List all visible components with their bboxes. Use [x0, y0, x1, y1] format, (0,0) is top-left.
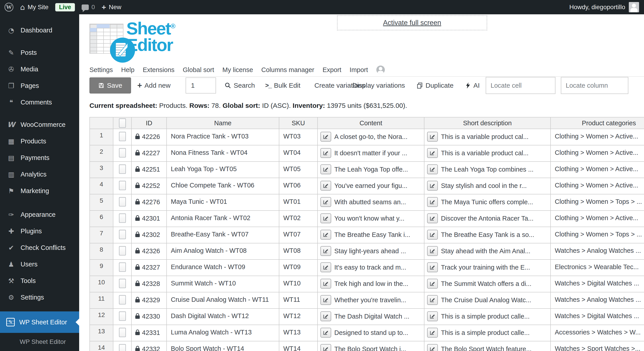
sku-cell[interactable]: WT01 — [279, 194, 318, 211]
sidebar-item-woocommerce[interactable]: WWooCommerce — [0, 116, 79, 133]
sidebar-item-marketing[interactable]: ⚑Marketing — [0, 183, 79, 199]
short-description-cell[interactable]: The Cruise Dual Analog Watc... — [424, 292, 551, 309]
row-number[interactable]: 9 — [90, 260, 113, 276]
sidebar-item-pages[interactable]: ❐Pages — [0, 77, 79, 94]
sku-cell[interactable]: WT05 — [279, 162, 318, 178]
categories-cell[interactable]: Clothing > Women > Active... — [551, 129, 644, 145]
edit-content-button[interactable] — [320, 246, 331, 256]
id-cell[interactable]: 42251 — [132, 162, 167, 178]
sku-cell[interactable]: WT07 — [279, 227, 318, 243]
name-cell[interactable]: Luma Analog Watch - WT13 — [167, 325, 279, 341]
edit-short-description-button[interactable] — [427, 328, 438, 337]
row-checkbox[interactable] — [119, 132, 126, 141]
sidebar-subitem-0[interactable]: WP Sheet Editor — [0, 334, 79, 349]
menu-item-extensions[interactable]: Extensions — [143, 66, 174, 74]
categories-cell[interactable]: Watches > Sport Watches >... — [551, 341, 644, 351]
menu-item-help[interactable]: Help — [121, 66, 134, 74]
sidebar-item-plugins[interactable]: ✚Plugins — [0, 223, 79, 239]
sku-cell[interactable]: WT14 — [279, 341, 318, 351]
sku-cell[interactable]: WT08 — [279, 243, 318, 260]
sidebar-item-tools[interactable]: ⚒Tools — [0, 272, 79, 289]
menu-item-export[interactable]: Export — [323, 66, 342, 74]
id-cell[interactable]: 42327 — [132, 260, 167, 276]
row-checkbox[interactable] — [119, 197, 126, 206]
row-checkbox[interactable] — [119, 311, 126, 321]
row-checkbox[interactable] — [119, 344, 126, 351]
row-checkbox[interactable] — [119, 279, 126, 288]
short-description-cell[interactable]: The Maya Tunic offers comple... — [424, 194, 551, 211]
admin-bar-site[interactable]: ⌂ My Site — [20, 3, 48, 11]
content-cell[interactable]: The Bolo Sport Watch i... — [318, 341, 424, 351]
sidebar-item-dashboard[interactable]: ◔Dashboard — [0, 22, 79, 39]
id-cell[interactable]: 42329 — [132, 292, 167, 309]
content-cell[interactable]: You've earned your figu... — [318, 178, 424, 194]
short-description-cell[interactable]: Stay ahead with the Aim Anal... — [424, 243, 551, 260]
categories-cell[interactable]: Accessories > Watches > W... — [551, 325, 644, 341]
name-cell[interactable]: Chloe Compete Tank - WT06 — [167, 178, 279, 194]
column-header-sku[interactable]: SKU — [279, 117, 318, 129]
ai-button[interactable]: AI — [465, 77, 480, 94]
categories-cell[interactable]: Electronics > Wearable Tec... — [551, 260, 644, 276]
menu-item-import[interactable]: Import — [350, 66, 368, 74]
column-header-id[interactable]: ID — [132, 117, 167, 129]
sku-cell[interactable]: WT02 — [279, 211, 318, 227]
edit-short-description-button[interactable] — [427, 262, 438, 272]
id-cell[interactable]: 42332 — [132, 341, 167, 351]
row-checkbox[interactable] — [119, 213, 126, 223]
add-count-input[interactable] — [186, 77, 216, 94]
column-header-content[interactable]: Content — [318, 117, 424, 129]
edit-content-button[interactable] — [320, 164, 331, 174]
sidebar-item-posts[interactable]: ✎Posts — [0, 44, 79, 61]
row-checkbox[interactable] — [119, 164, 126, 174]
row-checkbox[interactable] — [119, 295, 126, 304]
row-number[interactable]: 13 — [90, 325, 113, 341]
edit-content-button[interactable] — [320, 197, 331, 207]
duplicate-button[interactable]: Duplicate — [416, 77, 454, 94]
row-number[interactable]: 2 — [90, 145, 113, 162]
sku-cell[interactable]: WT12 — [279, 309, 318, 325]
short-description-cell[interactable]: The Bolo Sport Watch feature... — [424, 341, 551, 351]
short-description-cell[interactable]: This is a variable product cal... — [424, 145, 551, 162]
row-checkbox[interactable] — [119, 230, 126, 239]
row-number[interactable]: 7 — [90, 227, 113, 243]
edit-content-button[interactable] — [320, 311, 331, 321]
row-number[interactable]: 8 — [90, 243, 113, 260]
howdy-menu[interactable]: Howdy, diegoportillo — [569, 4, 625, 11]
edit-short-description-button[interactable] — [427, 230, 438, 240]
sidebar-item-users[interactable]: ♟Users — [0, 256, 79, 272]
row-number[interactable]: 3 — [90, 162, 113, 178]
name-cell[interactable]: Leah Yoga Top - WT05 — [167, 162, 279, 178]
name-cell[interactable]: Summit Watch - WT10 — [167, 276, 279, 292]
sku-cell[interactable]: WT04 — [279, 145, 318, 162]
id-cell[interactable]: 42328 — [132, 276, 167, 292]
name-cell[interactable]: Nona Fitness Tank - WT04 — [167, 145, 279, 162]
short-description-cell[interactable]: Stay stylish and cool in the r... — [424, 178, 551, 194]
name-cell[interactable]: Cruise Dual Analog Watch - WT11 — [167, 292, 279, 309]
edit-content-button[interactable] — [320, 279, 331, 289]
id-cell[interactable]: 42227 — [132, 145, 167, 162]
edit-short-description-button[interactable] — [427, 197, 438, 207]
wordpress-logo-icon[interactable]: W — [4, 3, 14, 12]
id-cell[interactable]: 42331 — [132, 325, 167, 341]
menu-item-global-sort[interactable]: Global sort — [183, 66, 214, 74]
edit-content-button[interactable] — [320, 132, 331, 142]
content-cell[interactable]: With abutted seams an... — [318, 194, 424, 211]
categories-cell[interactable]: Clothing > Women > Active... — [551, 211, 644, 227]
edit-content-button[interactable] — [320, 181, 331, 191]
name-cell[interactable]: Dash Digital Watch - WT12 — [167, 309, 279, 325]
categories-cell[interactable]: Watches > Analog Watches ... — [551, 292, 644, 309]
menu-profile-icon[interactable] — [376, 66, 385, 74]
content-cell[interactable]: It's easy to track and m... — [318, 260, 424, 276]
sku-cell[interactable]: WT03 — [279, 129, 318, 145]
short-description-cell[interactable]: The Summit Watch offers a di... — [424, 276, 551, 292]
categories-cell[interactable]: Watches > Digital Watches ... — [551, 309, 644, 325]
edit-short-description-button[interactable] — [427, 132, 438, 142]
content-cell[interactable]: The Leah Yoga Top offe... — [318, 162, 424, 178]
edit-short-description-button[interactable] — [427, 246, 438, 256]
content-cell[interactable]: Designed to stand up to... — [318, 325, 424, 341]
edit-content-button[interactable] — [320, 262, 331, 272]
name-cell[interactable]: Aim Analog Watch - WT08 — [167, 243, 279, 260]
name-cell[interactable]: Antonia Racer Tank - WT02 — [167, 211, 279, 227]
row-number[interactable]: 4 — [90, 178, 113, 194]
bulk-edit-button[interactable]: >_ Bulk Edit — [265, 77, 300, 94]
